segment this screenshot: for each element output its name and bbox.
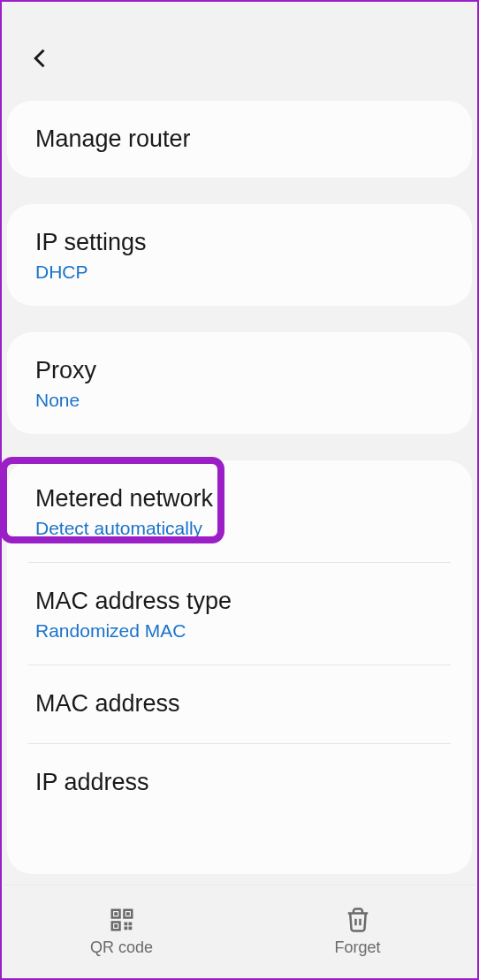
proxy-title: Proxy	[35, 355, 444, 386]
proxy-value: None	[35, 390, 444, 411]
bottom-bar: QR code Forget	[4, 885, 475, 978]
manage-router-card[interactable]: Manage router	[7, 101, 472, 178]
svg-rect-3	[114, 912, 118, 915]
svg-rect-7	[128, 923, 132, 926]
qr-code-icon	[109, 907, 135, 933]
ip-settings-value: DHCP	[35, 262, 444, 283]
svg-rect-6	[124, 923, 127, 926]
back-icon[interactable]	[28, 46, 53, 71]
forget-button[interactable]: Forget	[240, 885, 475, 978]
mac-address-type-value: Randomized MAC	[35, 620, 444, 642]
mac-address-title: MAC address	[35, 688, 444, 719]
svg-rect-9	[128, 927, 132, 931]
header	[2, 2, 477, 101]
trash-icon	[345, 907, 371, 933]
proxy-card[interactable]: Proxy None	[7, 332, 472, 434]
manage-router-title: Manage router	[35, 124, 444, 155]
ip-address-title: IP address	[35, 767, 444, 798]
mac-address-item[interactable]: MAC address	[7, 665, 472, 742]
mac-address-type-item[interactable]: MAC address type Randomized MAC	[7, 563, 472, 665]
ip-settings-title: IP settings	[35, 227, 444, 258]
svg-rect-4	[126, 912, 130, 915]
qr-code-label: QR code	[90, 938, 153, 957]
svg-rect-8	[124, 927, 127, 931]
qr-code-button[interactable]: QR code	[4, 885, 240, 978]
ip-address-item[interactable]: IP address	[7, 744, 472, 821]
metered-network-item[interactable]: Metered network Detect automatically	[7, 460, 472, 562]
mac-address-type-title: MAC address type	[35, 586, 444, 617]
forget-label: Forget	[334, 938, 380, 957]
svg-rect-5	[114, 924, 118, 928]
metered-network-value: Detect automatically	[35, 518, 444, 539]
ip-settings-card[interactable]: IP settings DHCP	[7, 204, 472, 306]
network-details-card: Metered network Detect automatically MAC…	[7, 460, 472, 873]
metered-network-title: Metered network	[35, 483, 444, 514]
